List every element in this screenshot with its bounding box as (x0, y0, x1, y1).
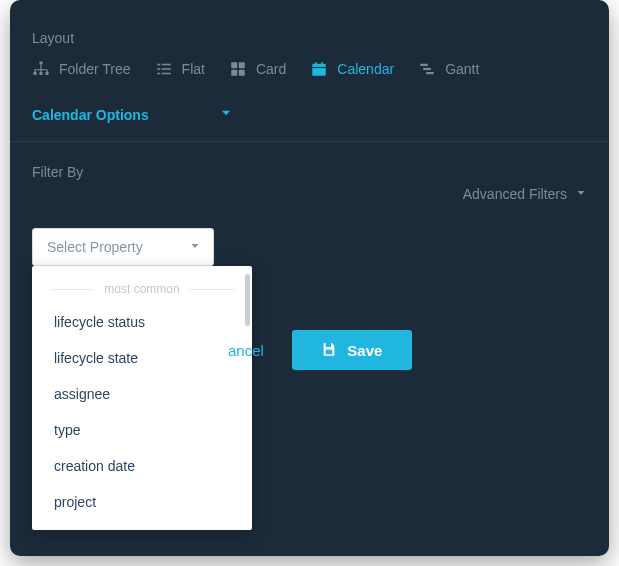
svg-rect-16 (420, 64, 428, 66)
folder-tree-icon (32, 60, 50, 78)
flat-icon (155, 60, 173, 78)
dropdown-option-creation-date[interactable]: creation date (32, 448, 252, 484)
calendar-options-label: Calendar Options (32, 107, 149, 123)
card-icon (229, 60, 247, 78)
dropdown-option-type[interactable]: type (32, 412, 252, 448)
svg-rect-5 (161, 64, 170, 66)
divider-line (190, 289, 234, 290)
layout-item-label: Flat (182, 61, 205, 77)
cancel-button[interactable]: ancel (228, 342, 264, 359)
save-icon (321, 341, 337, 360)
dropdown-option-project[interactable]: project (32, 484, 252, 520)
svg-rect-2 (40, 72, 43, 75)
layout-gantt[interactable]: Gantt (418, 60, 479, 78)
layout-folder-tree[interactable]: Folder Tree (32, 60, 131, 78)
dropdown-option-lifecycle-state[interactable]: lifecycle state (32, 340, 252, 376)
calendar-options-toggle[interactable]: Calendar Options (10, 96, 609, 142)
layout-item-label: Gantt (445, 61, 479, 77)
svg-rect-8 (157, 73, 160, 75)
chevron-down-icon (189, 239, 201, 255)
layout-item-label: Calendar (337, 61, 394, 77)
svg-rect-9 (161, 73, 170, 75)
property-select-placeholder: Select Property (47, 239, 143, 255)
svg-rect-13 (239, 70, 245, 76)
action-buttons: ancel Save (228, 330, 412, 370)
gantt-icon (418, 60, 436, 78)
svg-rect-1 (34, 72, 37, 75)
svg-rect-17 (423, 68, 431, 70)
save-button-label: Save (347, 342, 382, 359)
chevron-down-icon (575, 186, 587, 202)
property-select-button[interactable]: Select Property (32, 228, 214, 266)
layout-flat[interactable]: Flat (155, 60, 205, 78)
svg-rect-19 (326, 343, 331, 347)
layout-calendar[interactable]: Calendar (310, 60, 394, 78)
dropdown-group-header: most common (32, 278, 252, 304)
layout-item-label: Card (256, 61, 286, 77)
dropdown-option-lifecycle-status[interactable]: lifecycle status (32, 304, 252, 340)
svg-rect-3 (46, 72, 49, 75)
svg-rect-0 (40, 62, 43, 65)
svg-rect-20 (326, 349, 333, 354)
layout-options-row: Folder Tree Flat Card Calendar Gantt (10, 58, 609, 96)
advanced-filters-row: Advanced Filters (10, 186, 609, 204)
layout-card[interactable]: Card (229, 60, 286, 78)
dropdown-option-assignee[interactable]: assignee (32, 376, 252, 412)
scrollbar-thumb[interactable] (245, 274, 250, 326)
svg-rect-6 (157, 68, 160, 70)
svg-rect-10 (231, 62, 237, 68)
property-dropdown: most common lifecycle status lifecycle s… (32, 266, 252, 530)
svg-rect-11 (239, 62, 245, 68)
settings-panel: Layout Folder Tree Flat Card Calendar (10, 0, 609, 556)
svg-rect-4 (157, 64, 160, 66)
calendar-icon (310, 60, 328, 78)
property-select: Select Property most common lifecycle st… (32, 228, 214, 266)
chevron-down-icon (219, 106, 233, 123)
divider-line (50, 289, 94, 290)
svg-rect-12 (231, 70, 237, 76)
advanced-filters-label: Advanced Filters (463, 186, 567, 202)
layout-item-label: Folder Tree (59, 61, 131, 77)
svg-rect-7 (161, 68, 170, 70)
save-button[interactable]: Save (292, 330, 412, 370)
dropdown-group-label: most common (104, 282, 179, 296)
advanced-filters-toggle[interactable]: Advanced Filters (463, 186, 587, 202)
svg-rect-18 (426, 72, 434, 74)
layout-section-label: Layout (10, 0, 609, 58)
filter-by-label: Filter By (10, 142, 609, 186)
